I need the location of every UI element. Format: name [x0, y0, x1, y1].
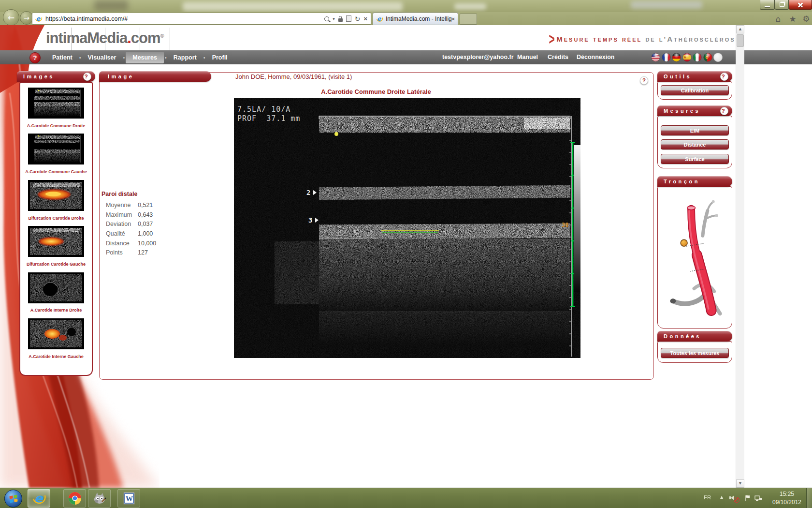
- thumbnail-bifurcation-gauche[interactable]: [28, 226, 84, 257]
- favorites-star-icon[interactable]: ★: [787, 14, 798, 24]
- search-icon[interactable]: [324, 16, 329, 21]
- background-window-title-blur: [183, 2, 403, 11]
- clock-time: 15:25: [766, 490, 808, 498]
- thumbnail-caption[interactable]: A.Carotide Commune Gauche: [19, 169, 93, 174]
- thumbnail-carotide-commune-droite[interactable]: [28, 88, 84, 119]
- flag-es-icon[interactable]: [682, 53, 692, 62]
- tray-hidden-icons-arrow[interactable]: ▲: [720, 495, 723, 499]
- background-blur: [454, 3, 486, 10]
- eim-button[interactable]: EIM: [661, 125, 729, 135]
- close-button[interactable]: [789, 0, 812, 10]
- image-help-icon[interactable]: ?: [640, 76, 648, 85]
- show-desktop-button[interactable]: [806, 488, 812, 508]
- troncon-panel-title: Tronçon: [664, 179, 700, 184]
- thumbnail-caption[interactable]: A.Carotide Interne Gauche: [19, 354, 93, 359]
- taskbar: e W: [0, 488, 812, 508]
- artery-diagram[interactable]: [666, 190, 724, 319]
- taskbar-word-button[interactable]: W: [117, 489, 140, 508]
- image-title: A.Carotide Commune Droite Latérale: [99, 88, 653, 95]
- nav-help-icon[interactable]: ?: [29, 52, 41, 63]
- refresh-icon[interactable]: ↻: [355, 15, 361, 23]
- forward-button[interactable]: →: [20, 11, 33, 25]
- flag-fr-icon[interactable]: [662, 53, 671, 62]
- thumbnail-bifurcation-droite[interactable]: [28, 180, 84, 211]
- nav-menu: Patient • Visualiser • Mesures • Rapport…: [46, 50, 233, 64]
- scrollbar-thumb[interactable]: [737, 34, 744, 47]
- gimp-icon: [93, 492, 106, 505]
- nav-link-deconnexion[interactable]: Déconnexion: [577, 54, 615, 60]
- tray-language[interactable]: FR: [704, 494, 711, 500]
- depth-scale-label: 30: [562, 222, 568, 228]
- thumbnail-interne-droite[interactable]: [28, 272, 84, 303]
- thumbnail-interne-gauche[interactable]: [28, 318, 84, 349]
- nav-item-profil[interactable]: Profil: [206, 52, 233, 63]
- flag-de-icon[interactable]: [672, 53, 681, 62]
- tools-panel-header: Outils ?: [657, 71, 732, 82]
- tray-volume-muted-icon[interactable]: [731, 495, 734, 500]
- flag-pt-icon[interactable]: [703, 53, 712, 62]
- logo-tld: com: [131, 30, 160, 46]
- start-button[interactable]: [4, 490, 22, 508]
- settings-gear-icon[interactable]: ⚙: [801, 14, 812, 24]
- thumbnail-caption[interactable]: A.Carotide Commune Droite: [19, 123, 93, 128]
- taskbar-ie-button[interactable]: e: [28, 489, 50, 508]
- restore-button[interactable]: [775, 0, 789, 10]
- nav-item-rapport[interactable]: Rapport: [168, 52, 203, 63]
- measures-help-icon[interactable]: ?: [720, 107, 728, 115]
- stop-icon[interactable]: ×: [363, 15, 367, 22]
- nav-link-credits[interactable]: Crédits: [548, 54, 568, 60]
- compatibility-icon[interactable]: [346, 15, 351, 22]
- measurements-block: Paroi distale Moyenne0,521 Maximum0,643 …: [102, 191, 184, 257]
- ultrasound-image[interactable]: 2 3 7.5LA/ 10/A PROF 37.1 mm 30: [234, 98, 580, 358]
- measurement-row: Deviation0,037: [102, 219, 184, 229]
- flag-it-icon[interactable]: [693, 53, 702, 62]
- taskbar-chrome-button[interactable]: [63, 489, 86, 508]
- thumbnail-carotide-commune-gauche[interactable]: [28, 134, 84, 164]
- distance-button[interactable]: Distance: [661, 139, 729, 149]
- page-scrollbar[interactable]: ▲ ▼: [736, 25, 744, 488]
- site-tagline: >Mesure temps réel de l'Athérosclérose: [548, 32, 740, 47]
- patient-info: John DOE, Homme, 09/03/1961, (visite 1): [235, 73, 352, 80]
- minimize-button[interactable]: [760, 0, 775, 10]
- minimize-icon: [765, 6, 770, 7]
- browser-tab[interactable]: e IntimaMedia.com - Intellig... ×: [373, 13, 458, 25]
- tab-close-icon[interactable]: ×: [452, 16, 455, 22]
- window-titlebar: [0, 0, 812, 12]
- nav-item-patient[interactable]: Patient: [46, 52, 78, 63]
- taskbar-clock[interactable]: 15:25 09/10/2012: [766, 490, 808, 507]
- probe-annotation: 7.5LA/ 10/A: [237, 105, 290, 114]
- tray-network-icon[interactable]: [754, 494, 763, 503]
- restore-icon: [780, 2, 784, 7]
- url-text[interactable]: https://beta.intimamedia.com/#: [45, 15, 324, 22]
- nav-item-mesures[interactable]: Mesures: [126, 52, 164, 63]
- svg-text:W: W: [126, 495, 133, 503]
- nav-link-manuel[interactable]: Manuel: [517, 54, 538, 60]
- tools-help-icon[interactable]: ?: [720, 73, 728, 81]
- images-help-icon[interactable]: ?: [83, 73, 91, 81]
- logo-dot: .: [127, 30, 131, 46]
- taskbar-gimp-button[interactable]: [88, 489, 111, 508]
- thumbnail-caption[interactable]: Bifurcation Carotide Droite: [19, 216, 93, 221]
- surface-button[interactable]: Surface: [661, 154, 729, 164]
- home-icon[interactable]: ⌂: [773, 14, 783, 24]
- chevron-icon: >: [549, 30, 555, 49]
- thumbnail-caption[interactable]: A.Carotide Interne Droite: [19, 308, 93, 313]
- back-button[interactable]: ←: [3, 9, 19, 26]
- scroll-up-icon[interactable]: ▲: [736, 25, 744, 33]
- all-measures-button[interactable]: Toutes les mesures: [661, 348, 729, 358]
- nav-item-visualiser[interactable]: Visualiser: [82, 52, 122, 63]
- search-caret-icon[interactable]: ▾: [333, 16, 335, 21]
- scroll-down-icon[interactable]: ▼: [736, 479, 744, 488]
- measurement-label: Moyenne: [106, 202, 138, 209]
- measurement-value: 1,000: [138, 230, 153, 237]
- new-tab-button[interactable]: [460, 14, 477, 25]
- ie-favicon: e: [35, 15, 43, 23]
- measurement-value: 127: [138, 249, 148, 256]
- calibration-button[interactable]: Calibration: [661, 85, 729, 95]
- flag-us-icon[interactable]: [651, 53, 660, 62]
- thumbnail-caption[interactable]: Bifurcation Carotide Gauche: [19, 262, 93, 267]
- background-blur-2: [631, 1, 702, 9]
- tray-action-center-flag-icon[interactable]: [743, 494, 752, 503]
- flag-empty-icon[interactable]: [713, 53, 723, 62]
- address-bar[interactable]: e https://beta.intimamedia.com/# ▾ ↻ ×: [32, 13, 371, 25]
